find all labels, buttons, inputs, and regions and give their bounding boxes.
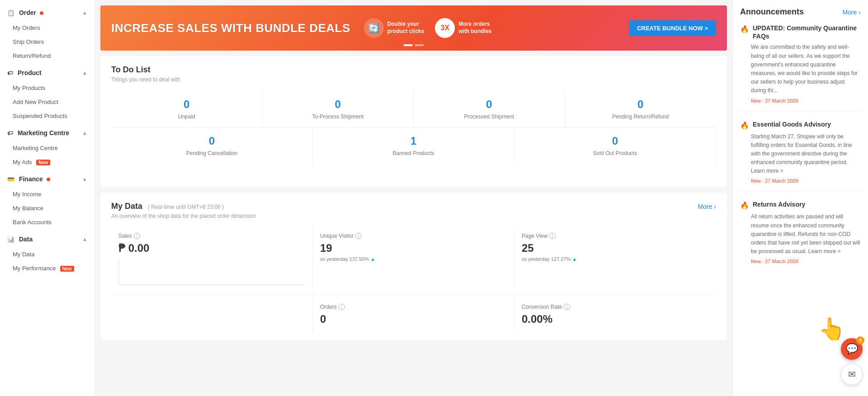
- mydata-header: My Data ( Real-time until GMT+8 23:00 ) …: [111, 202, 716, 211]
- todo-processed-value: 0: [417, 98, 561, 111]
- pageview-info-icon[interactable]: i: [549, 233, 556, 239]
- todo-sold-out[interactable]: 0 Sold Out Products: [514, 127, 716, 164]
- sidebar-item-my-performance[interactable]: My Performance New: [0, 261, 94, 275]
- sidebar-section-marketing-header[interactable]: 🏷 Marketing Centre ▲: [0, 125, 94, 141]
- sidebar-item-marketing-centre[interactable]: Marketing Centre: [0, 141, 94, 155]
- sidebar-section-product: 🏷 Product ▲ My Products Add New Product …: [0, 65, 94, 123]
- metric-sales: Sales i ₱ 0.00: [111, 227, 313, 291]
- announcement-item-0[interactable]: 🔥 UPDATED: Community Quarantine FAQs We …: [740, 24, 861, 111]
- sidebar-item-my-data[interactable]: My Data: [0, 247, 94, 261]
- todo-to-process-label: To-Process Shipment: [266, 113, 410, 120]
- todo-pending-cancel-value: 0: [115, 135, 309, 147]
- orders-info-icon[interactable]: i: [339, 304, 345, 310]
- finance-icon: 💳: [7, 176, 14, 183]
- announcement-item-2[interactable]: 🔥 Returns Advisory All return activities…: [740, 200, 861, 271]
- data-chevron: ▲: [82, 236, 87, 242]
- sales-info-icon[interactable]: i: [134, 233, 140, 239]
- sidebar-section-finance-header[interactable]: 💳 Finance ▲: [0, 171, 94, 187]
- metric-pageview-compare: vs yesterday 127.27% ▲: [522, 256, 709, 262]
- product-icon: 🏷: [7, 70, 13, 76]
- metric-orders-label: Orders i: [320, 304, 507, 310]
- mydata-title-row: My Data ( Real-time until GMT+8 23:00 ): [111, 202, 224, 211]
- pageview-up-arrow: ▲: [572, 256, 577, 262]
- mydata-more-chevron: ›: [714, 203, 716, 210]
- todo-banned-value: 1: [316, 135, 510, 147]
- banner-feature-orders: 3X More orderswith bundles: [435, 18, 491, 38]
- visitor-info-icon[interactable]: i: [355, 233, 362, 239]
- sidebar-section-marketing: 🏷 Marketing Centre ▲ Marketing Centre My…: [0, 125, 94, 169]
- data-metrics-row1: Sales i ₱ 0.00 Unique Visitor i 19 vs ye…: [111, 227, 716, 291]
- todo-sold-out-label: Sold Out Products: [518, 150, 712, 156]
- announcement-item-1[interactable]: 🔥 Essential Goods Advisory Starting Marc…: [740, 120, 861, 192]
- sidebar-section-order-label: Order: [19, 9, 36, 16]
- marketing-icon: 🏷: [7, 130, 13, 137]
- announcement-meta-2: New · 27 March 2020: [751, 259, 861, 264]
- metric-pageview-label: Page View i: [522, 233, 709, 239]
- sidebar-item-my-orders[interactable]: My Orders: [0, 21, 94, 35]
- chat-icon: 💬: [846, 343, 858, 355]
- todo-unpaid[interactable]: 0 Unpaid: [111, 91, 263, 127]
- banner-title: INCREASE SALES WITH BUNDLE DEALS: [111, 21, 350, 35]
- finance-dot: [47, 178, 50, 181]
- sidebar-section-order-header[interactable]: 📋 Order ▲: [0, 5, 94, 21]
- announcement-body-0: We are committed to the safety and well-…: [751, 43, 861, 95]
- banner-feature-orders-text: More orderswith bundles: [458, 21, 491, 35]
- todo-processed-label: Processed Shipment: [417, 113, 561, 120]
- todo-pending-return[interactable]: 0 Pending Return/Refund: [565, 91, 717, 127]
- sidebar-item-my-ads[interactable]: My Ads New: [0, 155, 94, 169]
- chat-badge: 8: [856, 336, 864, 344]
- sidebar-section-product-header[interactable]: 🏷 Product ▲: [0, 65, 94, 81]
- announcement-title-1: Essential Goods Advisory: [753, 120, 831, 128]
- todo-banned-products[interactable]: 1 Banned Products: [313, 127, 514, 164]
- create-bundle-button[interactable]: CREATE BUNDLE NOW >: [629, 20, 716, 36]
- todo-pending-return-value: 0: [569, 98, 713, 111]
- chat-button[interactable]: 💬 8: [841, 338, 863, 360]
- metric-orders-data: Orders i 0: [313, 298, 514, 331]
- sidebar-item-my-income[interactable]: My Income: [0, 187, 94, 201]
- sidebar-section-marketing-label: Marketing Centre: [18, 129, 69, 137]
- todo-to-process-shipment[interactable]: 0 To-Process Shipment: [263, 91, 414, 127]
- announcement-body-1: Starting March 27, Shopee will only be f…: [751, 132, 861, 176]
- banner-feature-clicks-icon: 🔄: [364, 18, 384, 38]
- mail-button[interactable]: ✉: [841, 363, 863, 385]
- sidebar-item-add-new-product[interactable]: Add New Product: [0, 95, 94, 109]
- announcement-title-0: UPDATED: Community Quarantine FAQs: [753, 24, 861, 40]
- my-performance-badge: New: [60, 266, 74, 272]
- announcement-title-2: Returns Advisory: [753, 200, 805, 208]
- todo-pending-cancellation[interactable]: 0 Pending Cancellation: [111, 127, 313, 164]
- fire-icon-2: 🔥: [740, 201, 749, 210]
- bundle-banner[interactable]: INCREASE SALES WITH BUNDLE DEALS 🔄 Doubl…: [100, 5, 727, 51]
- sidebar-section-data-header[interactable]: 📊 Data ▲: [0, 231, 94, 247]
- banner-features: 🔄 Double yourproduct clicks 3X More orde…: [364, 18, 492, 38]
- todo-processed-shipment[interactable]: 0 Processed Shipment: [414, 91, 565, 127]
- sidebar-item-my-balance[interactable]: My Balance: [0, 201, 94, 215]
- data-icon: 📊: [7, 236, 14, 243]
- metric-pageview: Page View i 25 vs yesterday 127.27% ▲: [514, 227, 716, 291]
- sidebar-section-data: 📊 Data ▲ My Data My Performance New: [0, 231, 94, 275]
- todo-card: To Do List Things you need to deal with …: [100, 56, 727, 187]
- announcements-more-link[interactable]: More ›: [842, 9, 861, 16]
- sidebar-item-ship-orders[interactable]: Ship Orders: [0, 35, 94, 49]
- sidebar-item-return-refund[interactable]: Return/Refund: [0, 49, 94, 63]
- order-chevron: ▲: [82, 10, 87, 15]
- sidebar-section-order: 📋 Order ▲ My Orders Ship Orders Return/R…: [0, 5, 94, 63]
- order-icon: 📋: [7, 9, 14, 16]
- fire-icon-1: 🔥: [740, 121, 749, 130]
- data-metrics-row2: Orders i 0 Conversion Rate i 0.00%: [111, 294, 716, 331]
- sidebar: 📋 Order ▲ My Orders Ship Orders Return/R…: [0, 0, 95, 396]
- banner-dots: [404, 44, 424, 46]
- sidebar-section-finance: 💳 Finance ▲ My Income My Balance Bank Ac…: [0, 171, 94, 229]
- sidebar-item-bank-accounts[interactable]: Bank Accounts: [0, 215, 94, 229]
- sidebar-section-data-label: Data: [19, 236, 33, 243]
- todo-sold-out-value: 0: [518, 135, 712, 147]
- mydata-more-link[interactable]: More ›: [698, 203, 716, 210]
- sidebar-item-my-products[interactable]: My Products: [0, 81, 94, 95]
- todo-to-process-value: 0: [266, 98, 410, 111]
- conversion-info-icon[interactable]: i: [564, 304, 570, 310]
- product-chevron: ▲: [82, 70, 87, 75]
- mydata-card: My Data ( Real-time until GMT+8 23:00 ) …: [100, 193, 727, 340]
- sidebar-section-finance-label: Finance: [19, 175, 43, 183]
- sidebar-item-suspended-products[interactable]: Suspended Products: [0, 109, 94, 123]
- my-ads-badge: New: [36, 160, 50, 165]
- metric-pageview-value: 25: [522, 242, 709, 255]
